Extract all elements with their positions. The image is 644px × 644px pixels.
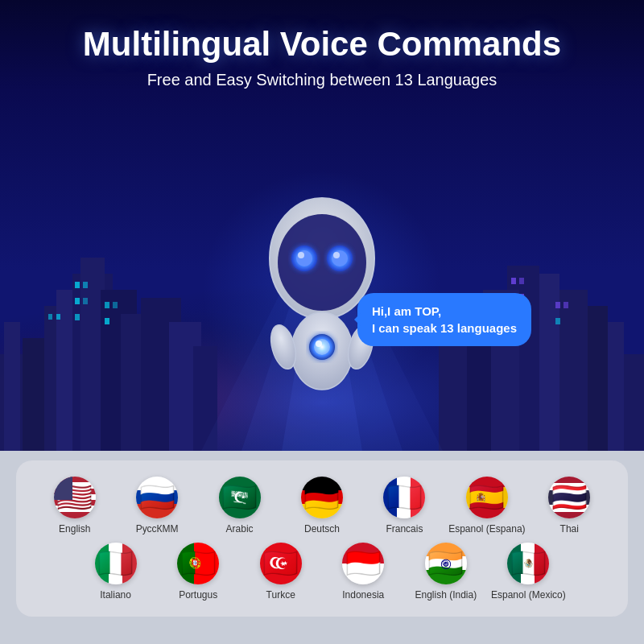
lang-label-russian: РуссКМM: [136, 523, 179, 535]
bottom-section: 🇺🇸English🇷🇺РуссКМM🇸🇦Arabic🇩🇪Deutsch🇫🇷Fra…: [16, 460, 628, 617]
flag-english: 🇺🇸: [54, 477, 96, 518]
flag-turkce: 🇹🇷: [260, 543, 302, 584]
speech-line2: I can speak 13 languages: [372, 321, 517, 335]
svg-rect-14: [75, 282, 80, 288]
lang-label-thai: Thai: [560, 523, 579, 535]
sub-title: Free and Easy Switching between 13 Langu…: [83, 71, 561, 89]
svg-rect-19: [105, 302, 109, 308]
svg-rect-39: [564, 302, 568, 308]
lang-item-deutsch: 🇩🇪Deutsch: [283, 477, 361, 535]
flag-english-india: 🇮🇳: [425, 543, 467, 584]
svg-rect-38: [555, 302, 560, 308]
lang-label-francais: Francais: [386, 523, 423, 535]
svg-point-51: [333, 252, 340, 258]
lang-item-italiano: 🇮🇹Italiano: [76, 543, 155, 601]
svg-rect-17: [83, 298, 88, 304]
svg-rect-3: [4, 322, 20, 451]
page-wrapper: Multilingual Voice Commands Free and Eas…: [0, 0, 644, 644]
flag-indonesia: 🇮🇩: [342, 543, 384, 584]
lang-item-espanol: 🇪🇸Espanol (Espana): [448, 477, 526, 535]
flag-espanol-mexico: 🇲🇽: [507, 543, 549, 584]
flag-espanol: 🇪🇸: [466, 477, 508, 518]
svg-rect-23: [56, 314, 60, 320]
language-grid-row1: 🇺🇸English🇷🇺РуссКМM🇸🇦Arabic🇩🇪Deutsch🇫🇷Fra…: [35, 477, 609, 535]
lang-label-espanol: Espanol (Espana): [448, 523, 525, 535]
svg-rect-32: [439, 330, 467, 451]
lang-label-deutsch: Deutsch: [304, 523, 340, 535]
lang-label-portugus: Portugus: [179, 589, 217, 601]
main-title: Multilingual Voice Commands: [83, 24, 561, 64]
lang-item-english-india: 🇮🇳English (India): [407, 543, 485, 601]
lang-item-arabic: 🇸🇦Arabic: [200, 477, 279, 535]
svg-point-56: [316, 341, 322, 347]
lang-item-indonesia: 🇮🇩Indonesia: [324, 543, 403, 601]
speech-bubble: Hi,I am TOP, I can speak 13 languages: [357, 293, 531, 346]
lang-label-espanol-mexico: Espanol (Mexico): [491, 589, 566, 601]
lang-item-portugus: 🇵🇹Portugus: [159, 543, 237, 601]
svg-point-50: [298, 252, 304, 258]
svg-point-45: [278, 214, 366, 311]
flag-thai: 🇹🇭: [548, 477, 590, 518]
svg-rect-16: [75, 298, 80, 304]
flag-deutsch: 🇩🇪: [301, 477, 343, 518]
svg-rect-21: [105, 318, 109, 324]
lang-item-russian: 🇷🇺РуссКМM: [118, 477, 196, 535]
flag-portugus: 🇵🇹: [177, 543, 219, 584]
top-section: Multilingual Voice Commands Free and Eas…: [0, 0, 644, 451]
svg-rect-20: [113, 302, 118, 308]
svg-point-48: [296, 250, 312, 266]
lang-label-italiano: Italiano: [100, 589, 131, 601]
svg-rect-18: [75, 314, 80, 320]
flag-italiano: 🇮🇹: [95, 543, 137, 584]
lang-label-arabic: Arabic: [226, 523, 254, 535]
svg-rect-22: [48, 314, 52, 320]
flag-francais: 🇫🇷: [383, 477, 425, 518]
flag-russian: 🇷🇺: [136, 477, 178, 518]
svg-rect-33: [511, 278, 516, 284]
svg-rect-40: [555, 318, 560, 324]
lang-label-indonesia: Indonesia: [342, 589, 384, 601]
svg-point-55: [314, 339, 330, 355]
svg-rect-15: [83, 282, 88, 288]
robot-area: Hi,I am TOP, I can speak 13 languages: [242, 190, 402, 402]
lang-item-francais: 🇫🇷Francais: [365, 477, 444, 535]
svg-point-49: [332, 250, 348, 266]
svg-rect-34: [519, 278, 524, 284]
lang-item-thai: 🇹🇭Thai: [530, 477, 609, 535]
flag-arabic: 🇸🇦: [219, 477, 261, 518]
lang-item-espanol-mexico: 🇲🇽Espanol (Mexico): [489, 543, 568, 601]
lang-label-turkce: Turkce: [266, 589, 295, 601]
lang-item-turkce: 🇹🇷Turkce: [242, 543, 320, 601]
lang-label-english: English: [59, 523, 90, 535]
language-grid-row2: 🇮🇹Italiano🇵🇹Portugus🇹🇷Turkce🇮🇩Indonesia🇮…: [35, 543, 609, 601]
lang-item-english: 🇺🇸English: [35, 477, 114, 535]
title-area: Multilingual Voice Commands Free and Eas…: [83, 0, 561, 89]
lang-label-english-india: English (India): [415, 589, 477, 601]
speech-line1: Hi,I am TOP,: [372, 304, 441, 318]
